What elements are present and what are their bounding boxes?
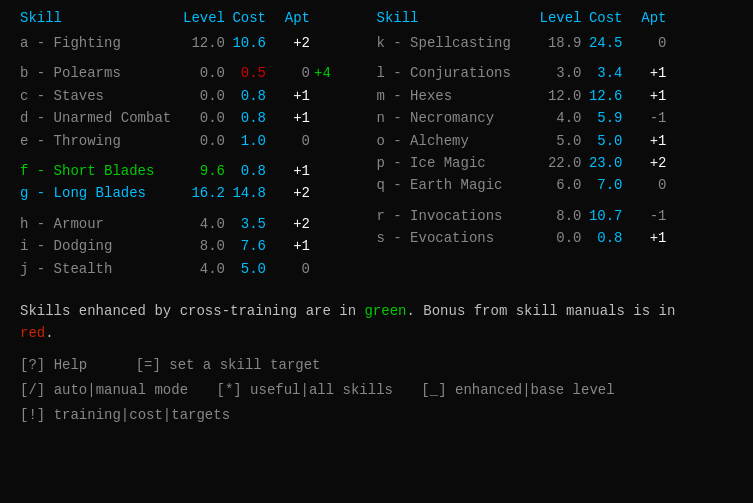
train-targets[interactable]: targets [171,407,230,423]
skill-row-j[interactable]: j - Stealth 4.0 5.0 0 [20,258,377,280]
skill-h-apt: +2 [270,213,310,235]
skill-b-level: 0.0 [180,62,225,84]
left-level-header: Level [180,10,225,26]
skill-s-apt: +1 [627,227,667,249]
help-key: [?] [20,357,45,373]
skill-j-name: j - Stealth [20,258,180,280]
skill-r-name: r - Invocations [377,205,537,227]
skill-row-e[interactable]: e - Throwing 0.0 1.0 0 [20,130,377,152]
skill-row-n[interactable]: n - Necromancy 4.0 5.9 -1 [377,107,734,129]
skill-row-s[interactable]: s - Evocations 0.0 0.8 +1 [377,227,734,249]
footer-line-2: [/] auto|manual mode [*] useful|all skil… [20,378,733,403]
skill-m-cost: 12.6 [582,85,627,107]
skill-m-level: 12.0 [537,85,582,107]
train-cost[interactable]: cost [129,407,163,423]
footer-line-3: [!] training|cost|targets [20,403,733,428]
skill-row-d[interactable]: d - Unarmed Combat 0.0 0.8 +1 [20,107,377,129]
skill-row-p[interactable]: p - Ice Magic 22.0 23.0 +2 [377,152,734,174]
skill-row-q[interactable]: q - Earth Magic 6.0 7.0 0 [377,174,734,196]
train-sep2: | [163,407,171,423]
skill-row-g[interactable]: g - Long Blades 16.2 14.8 +2 [20,182,377,204]
skill-q-apt: 0 [627,174,667,196]
left-column: Skill Level Cost Apt a - Fighting 12.0 1… [20,10,377,280]
skills-all[interactable]: all skills [309,382,393,398]
skill-p-name: p - Ice Magic [377,152,537,174]
skill-d-name: d - Unarmed Combat [20,107,180,129]
skills-useful[interactable]: useful [250,382,300,398]
skill-e-name: e - Throwing [20,130,180,152]
skill-i-apt: +1 [270,235,310,257]
right-header: Skill Level Cost Apt [377,10,734,26]
main-container: Skill Level Cost Apt a - Fighting 12.0 1… [0,0,753,503]
level-enhanced[interactable]: enhanced [455,382,522,398]
skill-h-cost: 3.5 [225,213,270,235]
footer-note-green: green [364,303,406,319]
skill-m-name: m - Hexes [377,85,537,107]
skill-row-f[interactable]: f - Short Blades 9.6 0.8 +1 [20,160,377,182]
mode-auto[interactable]: auto [54,382,88,398]
skill-j-level: 4.0 [180,258,225,280]
skill-m-apt: +1 [627,85,667,107]
skill-o-level: 5.0 [537,130,582,152]
skill-q-level: 6.0 [537,174,582,196]
skills-sep: | [301,382,309,398]
train-training[interactable]: training [54,407,121,423]
skill-b-name: b - Polearms [20,62,180,84]
skill-g-apt: +2 [270,182,310,204]
skill-row-h[interactable]: h - Armour 4.0 3.5 +2 [20,213,377,235]
skill-k-apt: 0 [627,32,667,54]
mode-key: [/] [20,382,45,398]
skill-p-cost: 23.0 [582,152,627,174]
skill-g-cost: 14.8 [225,182,270,204]
skill-row-o[interactable]: o - Alchemy 5.0 5.0 +1 [377,130,734,152]
skill-f-level: 9.6 [180,160,225,182]
skill-j-apt: 0 [270,258,310,280]
skill-row-r[interactable]: r - Invocations 8.0 10.7 -1 [377,205,734,227]
skill-d-apt: +1 [270,107,310,129]
skill-c-apt: +1 [270,85,310,107]
mode-manual[interactable]: manual [96,382,146,398]
footer-controls: [?] Help [=] set a skill target [/] auto… [20,353,733,429]
skill-b-cost: 0.5 [225,62,270,84]
skill-l-level: 3.0 [537,62,582,84]
skill-d-level: 0.0 [180,107,225,129]
skill-j-cost: 5.0 [225,258,270,280]
level-base[interactable]: base level [531,382,615,398]
skill-b-badge: +4 [314,62,331,84]
skill-row-b[interactable]: b - Polearms 0.0 0.5 0 +4 [20,62,377,84]
target-label[interactable]: set a skill target [169,357,320,373]
train-sep1: | [121,407,129,423]
skill-e-level: 0.0 [180,130,225,152]
skill-row-c[interactable]: c - Staves 0.0 0.8 +1 [20,85,377,107]
level-sep: | [522,382,530,398]
skill-s-name: s - Evocations [377,227,537,249]
skill-b-apt: 0 [270,62,310,84]
skill-p-level: 22.0 [537,152,582,174]
right-level-header: Level [537,10,582,26]
skill-a-level: 12.0 [180,32,225,54]
skill-row-a[interactable]: a - Fighting 12.0 10.6 +2 [20,32,377,54]
skill-row-k[interactable]: k - Spellcasting 18.9 24.5 0 [377,32,734,54]
skill-row-l[interactable]: l - Conjurations 3.0 3.4 +1 [377,62,734,84]
footer-note: Skills enhanced by cross-training are in… [20,300,733,345]
left-cost-header: Cost [225,10,270,26]
skills-key: [*] [216,382,241,398]
skill-f-cost: 0.8 [225,160,270,182]
skill-l-name: l - Conjurations [377,62,537,84]
level-key: [_] [421,382,446,398]
skill-i-cost: 7.6 [225,235,270,257]
skill-o-name: o - Alchemy [377,130,537,152]
skill-row-m[interactable]: m - Hexes 12.0 12.6 +1 [377,85,734,107]
right-apt-header: Apt [627,10,667,26]
help-label[interactable]: Help [54,357,88,373]
skill-o-apt: +1 [627,130,667,152]
skill-g-name: g - Long Blades [20,182,180,204]
skill-p-apt: +2 [627,152,667,174]
skill-row-i[interactable]: i - Dodging 8.0 7.6 +1 [20,235,377,257]
skill-g-level: 16.2 [180,182,225,204]
footer-note-middle: . Bonus from skill manuals is in [406,303,675,319]
footer-note-red: red [20,325,45,341]
mode-sep1: | [87,382,95,398]
right-cost-header: Cost [582,10,627,26]
skill-s-cost: 0.8 [582,227,627,249]
